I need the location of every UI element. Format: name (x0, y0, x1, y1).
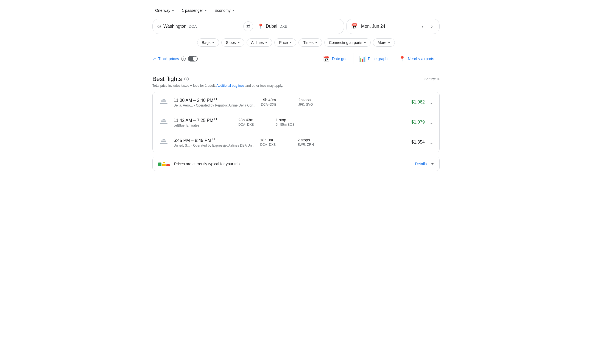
trending-icon: ↗ (152, 56, 156, 61)
price-info-details-link[interactable]: Details (415, 162, 427, 166)
flight-times-1: 11:00 AM – 2:40 PM+1 Delta, Aero… · Oper… (174, 97, 256, 107)
sort-by-label: Sort by: (425, 77, 436, 81)
filter-bags-chevron (212, 42, 214, 43)
flight-stops-2: 1 stop 9h 55m BOS (276, 118, 311, 127)
airline-logo-3 (158, 137, 169, 148)
flight-price-1: $1,062 ⌄ (411, 99, 434, 105)
flight-times-3: 6:45 PM – 8:45 PM+1 United, S… · Operate… (174, 137, 256, 147)
date-grid-button[interactable]: 📅 Date grid (317, 53, 353, 64)
flight-time-main-2: 11:42 AM – 7:25 PM+1 (174, 117, 234, 123)
search-bar: ⊙ Washington DCA ⇄ 📍 Dubai DXB 📅 Mon, Ju… (152, 19, 440, 34)
expand-btn-3[interactable]: ⌄ (429, 139, 434, 145)
flight-time-main-1: 11:00 AM – 2:40 PM+1 (174, 97, 256, 103)
flights-container: 11:00 AM – 2:40 PM+1 Delta, Aero… · Oper… (152, 92, 440, 152)
sort-by[interactable]: Sort by: ⇅ (425, 77, 440, 81)
filter-stops[interactable]: Stops (221, 38, 244, 47)
svg-rect-6 (160, 143, 167, 144)
destination-pin-icon: 📍 (258, 23, 264, 29)
swap-icon: ⇄ (246, 23, 250, 29)
filter-row: Bags Stops Airlines Price Times Connecti… (152, 38, 440, 47)
duration-main-3: 18h 0m (260, 138, 293, 142)
origin-name: Washington (163, 24, 186, 29)
expand-btn-2[interactable]: ⌄ (429, 119, 434, 125)
filter-airlines[interactable]: Airlines (247, 38, 272, 47)
price-graph-icon: 📊 (359, 55, 366, 62)
nearby-airports-label: Nearby airports (408, 57, 434, 61)
flight-airline-1: Delta, Aero… · Operated by Republic Airl… (174, 103, 256, 107)
filter-more[interactable]: More (373, 38, 395, 47)
filter-times-chevron (315, 42, 317, 43)
top-bar: One way 1 passenger Economy (152, 7, 440, 14)
depart-time-2: 11:42 AM – 7:25 PM (174, 118, 213, 123)
flight-row-2[interactable]: 11:42 AM – 7:25 PM+1 JetBlue, Emirates 2… (153, 112, 439, 132)
svg-rect-5 (163, 119, 165, 120)
date-text: Mon, Jun 24 (361, 24, 416, 29)
stops-main-2: 1 stop (276, 118, 311, 122)
filter-connecting-airports-label: Connecting airports (329, 40, 362, 45)
stops-main-3: 2 stops (297, 138, 333, 142)
destination-code: DXB (280, 24, 287, 29)
route-2: DCA–DXB (238, 123, 271, 127)
passengers-button[interactable]: 1 passenger (179, 7, 210, 14)
origin-destination-field[interactable]: ⊙ Washington DCA ⇄ 📍 Dubai DXB (152, 19, 344, 34)
best-flights-info-icon[interactable]: i (184, 77, 189, 81)
date-grid-label: Date grid (332, 57, 348, 61)
filter-times[interactable]: Times (298, 38, 322, 47)
passengers-label: 1 passenger (182, 8, 203, 13)
date-field[interactable]: 📅 Mon, Jun 24 ‹ › (346, 19, 440, 34)
filter-price[interactable]: Price (274, 38, 296, 47)
origin-field[interactable]: ⊙ Washington DCA (153, 19, 243, 34)
operated-by-1: · Operated by Republic Airline Delta Con… (194, 103, 256, 107)
date-next-button[interactable]: › (429, 23, 435, 30)
filter-airlines-chevron (265, 42, 267, 43)
flight-row-1[interactable]: 11:00 AM – 2:40 PM+1 Delta, Aero… · Oper… (153, 92, 439, 112)
nearby-airports-button[interactable]: 📍 Nearby airports (393, 53, 440, 64)
bar-red (166, 164, 170, 166)
route-1: DCA–DXB (261, 103, 294, 107)
price-info-text: Prices are currently typical for your tr… (174, 162, 411, 166)
cabin-chevron (232, 10, 234, 11)
flight-airline-2: JetBlue, Emirates (174, 124, 234, 127)
price-graph-button[interactable]: 📊 Price graph (353, 53, 393, 64)
origin-code: DCA (189, 24, 197, 29)
flight-row-3[interactable]: 6:45 PM – 8:45 PM+1 United, S… · Operate… (153, 132, 439, 152)
cabin-button[interactable]: Economy (212, 7, 237, 14)
date-grid-icon: 📅 (323, 55, 330, 62)
stops-main-1: 2 stops (298, 98, 334, 102)
track-prices-info-icon[interactable]: i (181, 57, 186, 61)
duration-main-1: 19h 40m (261, 98, 294, 102)
sort-icon: ⇅ (437, 77, 440, 81)
one-way-label: One way (155, 8, 170, 13)
flight-price-2: $1,079 ⌄ (411, 119, 434, 125)
flight-price-3: $1,354 ⌄ (411, 139, 434, 145)
expand-btn-1[interactable]: ⌄ (429, 99, 434, 105)
date-prev-button[interactable]: ‹ (420, 23, 426, 30)
swap-button[interactable]: ⇄ (243, 21, 253, 31)
airline-name-1: Delta, Aero… (174, 103, 193, 107)
additional-fees-link[interactable]: Additional bag fees (216, 84, 244, 88)
bar-yellow (162, 164, 166, 166)
svg-rect-7 (161, 141, 166, 142)
track-prices-label[interactable]: Track prices (158, 57, 179, 61)
filter-bags-label: Bags (202, 40, 211, 45)
plus-days-2: +1 (213, 117, 217, 121)
filter-times-label: Times (303, 40, 314, 45)
destination-field[interactable]: 📍 Dubai DXB (253, 19, 344, 34)
filter-bags[interactable]: Bags (197, 38, 219, 47)
svg-rect-3 (160, 123, 167, 124)
airline-name-2: JetBlue, Emirates (174, 124, 199, 127)
plus-days-1: +1 (213, 97, 217, 101)
airline-name-3: United, S… (174, 144, 190, 147)
filter-connecting-airports[interactable]: Connecting airports (324, 38, 371, 47)
price-info-bar: Prices are currently typical for your tr… (152, 157, 440, 171)
cabin-label: Economy (214, 8, 230, 13)
origin-icon: ⊙ (157, 23, 161, 29)
one-way-button[interactable]: One way (152, 7, 177, 14)
flight-time-main-3: 6:45 PM – 8:45 PM+1 (174, 137, 256, 143)
svg-rect-2 (163, 99, 165, 100)
track-prices-toggle[interactable] (188, 56, 198, 61)
svg-rect-4 (161, 121, 166, 122)
flight-airline-3: United, S… · Operated by Expressjet Airl… (174, 144, 256, 147)
price-2: $1,079 (411, 120, 425, 125)
price-info-chevron (431, 163, 434, 165)
